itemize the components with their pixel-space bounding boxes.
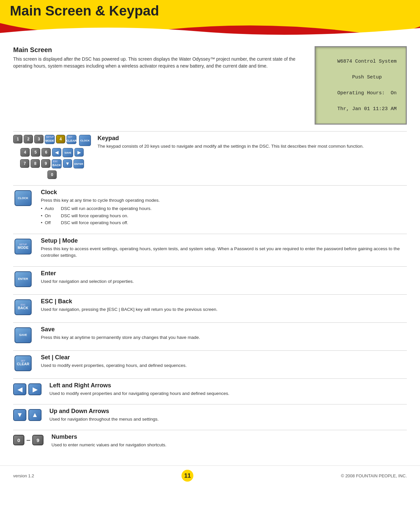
save-key-label: SAVE — [19, 333, 27, 337]
key-clock[interactable]: CLOCK — [79, 135, 91, 146]
header: Main Screen & Keypad — [0, 0, 420, 23]
divider-6 — [13, 322, 407, 323]
key-down-arrow[interactable]: ▼ — [63, 159, 72, 168]
left-right-heading: Left and Right Arrows — [49, 382, 407, 389]
up-down-section: ▼ ▲ Up and Down Arrows Used for navigati… — [13, 408, 407, 423]
set-clear-key[interactable]: SET CLEAR — [14, 355, 32, 371]
left-arrow-key[interactable]: ◀ — [13, 383, 26, 395]
keypad-description: The keypad consists of 20 keys used to n… — [98, 143, 407, 150]
clock-section: CLOCK Clock Press this key at any time t… — [13, 189, 407, 226]
white-wave-svg — [0, 23, 420, 40]
keypad-row-3: 7 8 9 ESC BACK ▼ ENTER — [20, 159, 84, 168]
keypad-heading: Keypad — [98, 135, 407, 142]
key-7[interactable]: 7 — [20, 159, 29, 168]
enter-key[interactable]: ENTER — [14, 271, 32, 287]
key-2[interactable]: 2 — [24, 135, 33, 143]
divider-4 — [13, 266, 407, 267]
numbers-heading: Numbers — [51, 433, 407, 440]
footer: version 1.2 11 © 2008 FOUNTAIN PEOPLE, I… — [0, 465, 420, 486]
set-clear-content: Set | Clear Used to modify event propert… — [41, 354, 407, 369]
numbers-content: Numbers Used to enter numeric values and… — [51, 433, 407, 448]
lcd-line1: W6874 Control System — [337, 59, 397, 64]
clock-bullet-off: Off DSC will force operating hours off. — [41, 219, 407, 226]
key-1[interactable]: 1 — [13, 135, 22, 143]
set-clear-description: Used to modify event properties, operati… — [41, 362, 407, 369]
clock-bullet-auto: Auto DSC will run according to the opera… — [41, 205, 407, 212]
setup-top-label: SETUP — [19, 243, 27, 246]
enter-key-label: ENTER — [18, 277, 28, 281]
main-screen-section: Main Screen This screen is displayed aft… — [13, 46, 407, 125]
up-down-heading: Up and Down Arrows — [49, 408, 407, 415]
num-key-9[interactable]: 9 — [32, 435, 43, 445]
save-description: Press this key at anytime to permanently… — [41, 334, 407, 341]
setup-mode-key[interactable]: SETUP MODE — [14, 239, 32, 254]
num-key-0[interactable]: 0 — [13, 435, 24, 445]
key-enter[interactable]: ENTER — [73, 159, 84, 168]
set-top-label: SET — [21, 360, 25, 362]
esc-back-section: ESC BACK ESC | Back Used for navigation,… — [13, 298, 407, 315]
lcd-line3: Operating Hours: On — [337, 90, 397, 96]
keypad-content: Keypad The keypad consists of 20 keys us… — [98, 135, 407, 150]
clock-heading: Clock — [41, 189, 407, 196]
set-clear-icon-area: SET CLEAR — [13, 354, 33, 371]
clock-bullets: Auto DSC will run according to the opera… — [41, 205, 407, 226]
clock-content: Clock Press this key at any time to cycl… — [41, 189, 407, 226]
save-content: Save Press this key at anytime to perman… — [41, 326, 407, 341]
key-9[interactable]: 9 — [41, 159, 50, 168]
enter-icon-area: ENTER — [13, 270, 33, 287]
esc-back-icon-area: ESC BACK — [13, 298, 33, 315]
enter-heading: Enter — [41, 270, 407, 277]
keypad-row-1: 1 2 3 SETUP MODE 4 SET CLEAR CLOCK — [13, 135, 91, 146]
divider-5 — [13, 294, 407, 295]
esc-bottom-label: BACK — [18, 306, 28, 310]
esc-top-label: ESC — [21, 304, 25, 306]
right-arrow-key[interactable]: ▶ — [28, 383, 42, 395]
arrow-pair-lr: ◀ ▶ — [13, 383, 42, 395]
key-0[interactable]: 0 — [47, 170, 57, 179]
footer-page-number: 11 — [182, 470, 193, 482]
up-arrow-key[interactable]: ▲ — [28, 409, 42, 421]
keypad-section: 1 2 3 SETUP MODE 4 SET CLEAR CLOCK 4 5 6 — [13, 135, 407, 180]
enter-description: Used for navigation and selection of pro… — [41, 278, 407, 285]
up-down-icon-area: ▼ ▲ — [13, 408, 42, 421]
key-save[interactable]: SAVE — [63, 148, 73, 157]
lcd-line4: Thr, Jan 01 11:23 AM — [337, 106, 397, 112]
up-down-description: Used for navigation throughout the menus… — [49, 416, 407, 423]
page-title: Main Screen & Keypad — [10, 3, 410, 21]
footer-version: version 1.2 — [13, 473, 34, 478]
key-setup-mode[interactable]: SETUP MODE — [45, 135, 55, 144]
keypad-image: 1 2 3 SETUP MODE 4 SET CLEAR CLOCK 4 5 6 — [13, 135, 91, 180]
key-4-yellow[interactable]: 4 — [56, 135, 65, 143]
left-right-description: Used to modify event properties and for … — [49, 390, 407, 397]
down-arrow-key[interactable]: ▼ — [13, 409, 26, 421]
clock-key[interactable]: CLOCK — [14, 190, 32, 206]
key-left-arrow[interactable]: ◀ — [52, 148, 61, 157]
header-wave-container — [0, 23, 420, 40]
left-right-section: ◀ ▶ Left and Right Arrows Used to modify… — [13, 382, 407, 397]
lcd-display: W6874 Control System Push Setup Operatin… — [315, 46, 407, 125]
content-area: Main Screen This screen is displayed aft… — [0, 40, 420, 462]
setup-mode-icon-area: SETUP MODE — [13, 237, 33, 254]
divider-7 — [13, 350, 407, 351]
setup-mode-description: Press this key to access event settings,… — [41, 246, 407, 259]
key-esc-back[interactable]: ESC BACK — [52, 159, 62, 168]
key-right-arrow[interactable]: ▶ — [74, 148, 84, 157]
key-3[interactable]: 3 — [34, 135, 43, 143]
main-screen-description: This screen is displayed after the DSC h… — [13, 56, 305, 70]
clock-icon-area: CLOCK — [13, 189, 33, 206]
save-section: SAVE Save Press this key at anytime to p… — [13, 326, 407, 343]
keypad-row-2: 4 5 6 ◀ SAVE ▶ — [20, 148, 84, 157]
save-heading: Save — [41, 326, 407, 333]
divider-1 — [13, 131, 407, 132]
key-4[interactable]: 4 — [20, 148, 30, 157]
key-6[interactable]: 6 — [42, 148, 51, 157]
esc-back-key[interactable]: ESC BACK — [14, 299, 32, 315]
save-icon-area: SAVE — [13, 326, 33, 343]
key-8[interactable]: 8 — [31, 159, 40, 168]
save-key[interactable]: SAVE — [14, 327, 32, 343]
enter-section: ENTER Enter Used for navigation and sele… — [13, 270, 407, 287]
key-set-clear[interactable]: SET CLEAR — [67, 135, 76, 144]
setup-bottom-label: MODE — [18, 246, 29, 250]
key-5[interactable]: 5 — [31, 148, 40, 157]
up-down-content: Up and Down Arrows Used for navigation t… — [49, 408, 407, 423]
